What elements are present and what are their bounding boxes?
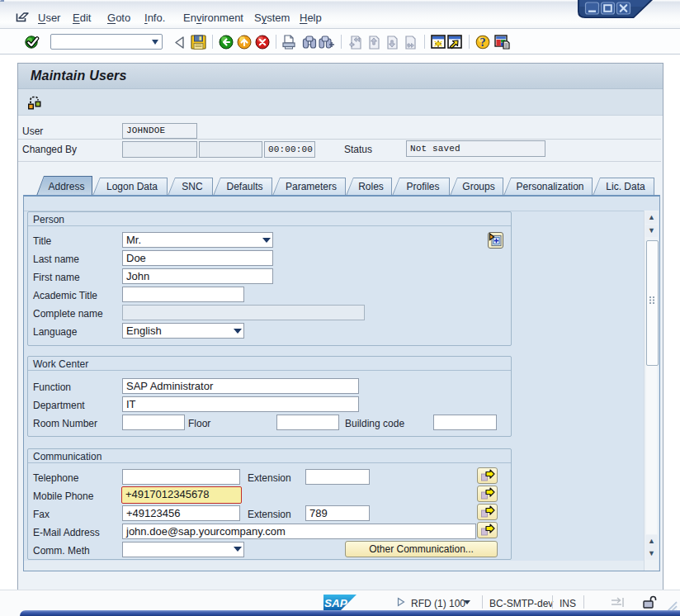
svg-text:SAP: SAP [324, 597, 348, 609]
svg-text:?: ? [480, 36, 486, 49]
